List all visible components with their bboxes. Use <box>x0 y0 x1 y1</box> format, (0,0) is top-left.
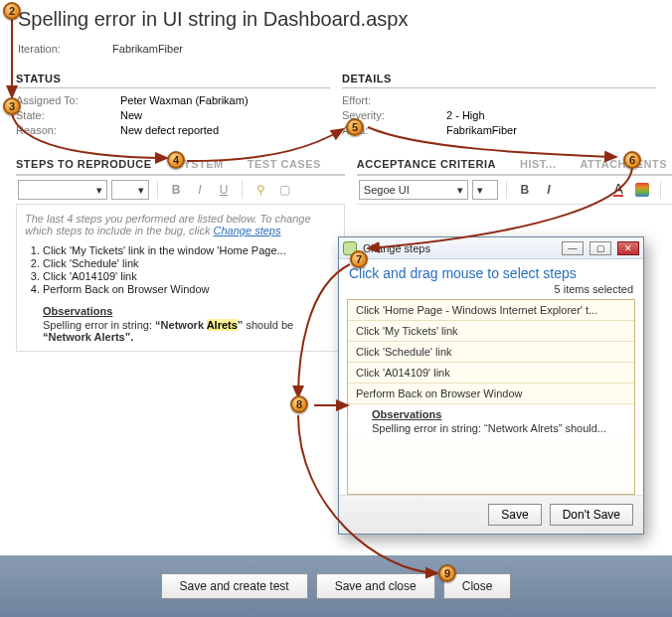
assigned-to-label: Assigned To: <box>16 94 120 106</box>
maximize-button[interactable]: ▢ <box>589 241 611 255</box>
dialog-dont-save-button[interactable]: Don't Save <box>550 504 633 526</box>
color-swatch-icon <box>635 183 649 197</box>
close-button[interactable]: ✕ <box>617 241 639 255</box>
insert-image-icon[interactable]: ▢ <box>274 180 294 200</box>
underline-button[interactable]: U <box>214 180 234 200</box>
font-family-dropdown[interactable]: ▾ <box>18 180 107 200</box>
reason-value[interactable]: New defect reported <box>120 124 219 136</box>
repro-step: Click 'Schedule' link <box>43 257 336 269</box>
assigned-to-value[interactable]: Peter Waxman (Fabrikam) <box>120 94 249 106</box>
step-item[interactable]: Click 'Home Page - Windows Internet Expl… <box>348 300 634 321</box>
repro-step: Click 'A014109' link <box>43 270 336 282</box>
reason-label: Reason: <box>16 124 120 136</box>
step-item[interactable]: Click 'My Tickets' link <box>348 321 634 342</box>
callout-3: 3 <box>3 97 21 115</box>
dialog-subtitle: Click and drag mouse to select steps <box>339 259 643 283</box>
callout-7: 7 <box>350 250 368 268</box>
change-steps-dialog: Change steps ― ▢ ✕ Click and drag mouse … <box>338 236 644 535</box>
steps-select-list[interactable]: Click 'Home Page - Windows Internet Expl… <box>347 299 635 495</box>
insert-link-icon[interactable]: ⚲ <box>251 180 270 200</box>
iteration-row: Iteration: FabrikamFiber <box>18 43 672 55</box>
misspelling-highlight: Alrets <box>207 319 238 331</box>
font-family-dropdown[interactable]: Segoe UI ▾ <box>359 180 468 200</box>
repro-step: Click 'My Tickets' link in the window 'H… <box>43 244 336 256</box>
details-heading: DETAILS <box>342 73 656 88</box>
font-size-dropdown[interactable]: ▾ <box>111 180 149 200</box>
tab-acceptance-criteria[interactable]: ACCEPTANCE CRITERIA <box>357 155 506 174</box>
step-item[interactable]: Perform Back on Browser Window <box>348 384 634 404</box>
chevron-down-icon: ▾ <box>477 184 483 197</box>
chevron-down-icon: ▾ <box>457 184 463 197</box>
status-heading: STATUS <box>16 73 330 88</box>
callout-8: 8 <box>290 395 308 413</box>
save-and-close-button[interactable]: Save and close <box>316 573 435 599</box>
font-color-button[interactable]: A <box>608 180 628 200</box>
tab-test-cases[interactable]: TEST CASES <box>248 155 331 174</box>
state-label: State: <box>16 109 120 121</box>
bold-button[interactable]: B <box>515 180 535 200</box>
iteration-value: FabrikamFiber <box>112 43 183 55</box>
save-and-create-test-button[interactable]: Save and create test <box>161 573 308 599</box>
observations-block: Observations Spelling error in string: “… <box>43 305 336 343</box>
font-size-dropdown[interactable]: ▾ <box>472 180 498 200</box>
effort-label: Effort: <box>342 94 446 106</box>
tab-steps-to-reproduce[interactable]: STEPS TO REPRODUCE <box>16 155 162 174</box>
iteration-label: Iteration: <box>18 43 109 55</box>
chevron-down-icon: ▾ <box>138 184 144 197</box>
dialog-title: Change steps <box>363 242 430 254</box>
toolbar-left: ▾ ▾ B I U ⚲ ▢ <box>16 176 345 205</box>
tab-history[interactable]: HIST... <box>520 155 567 174</box>
italic-button[interactable]: I <box>539 180 559 200</box>
bold-button[interactable]: B <box>166 180 186 200</box>
bottom-action-bar: Save and create test Save and close Clos… <box>0 555 672 617</box>
repro-steps-list: Click 'My Tickets' link in the window 'H… <box>43 244 336 295</box>
change-steps-link[interactable]: Change steps <box>214 225 281 236</box>
callout-6: 6 <box>623 151 641 169</box>
dialog-save-button[interactable]: Save <box>488 504 541 526</box>
selected-count: 5 items selected <box>339 283 643 299</box>
step-item[interactable]: Click 'Schedule' link <box>348 342 634 363</box>
state-value[interactable]: New <box>120 109 142 121</box>
italic-button[interactable]: I <box>190 180 210 200</box>
chevron-down-icon: ▾ <box>96 184 102 197</box>
severity-value[interactable]: 2 - High <box>446 109 485 121</box>
toolbar-right: Segoe UI ▾ ▾ B I A ≡ <box>357 176 672 205</box>
area-value[interactable]: FabrikamFiber <box>446 124 517 136</box>
step-observations: Observations Spelling error in string: “… <box>348 404 634 438</box>
steps-panel: The last 4 steps you performed are liste… <box>16 205 345 352</box>
steps-hint: The last 4 steps you performed are liste… <box>25 213 336 236</box>
callout-5: 5 <box>346 118 364 136</box>
callout-9: 9 <box>438 564 456 582</box>
callout-2: 2 <box>3 2 21 20</box>
callout-4: 4 <box>167 151 185 169</box>
highlight-color-button[interactable] <box>632 180 652 200</box>
repro-step: Perform Back on Browser Window <box>43 283 336 295</box>
step-item[interactable]: Click 'A014109' link <box>348 363 634 384</box>
minimize-button[interactable]: ― <box>562 241 584 255</box>
page-title: Spelling error in UI string in Dashboard… <box>18 8 672 31</box>
